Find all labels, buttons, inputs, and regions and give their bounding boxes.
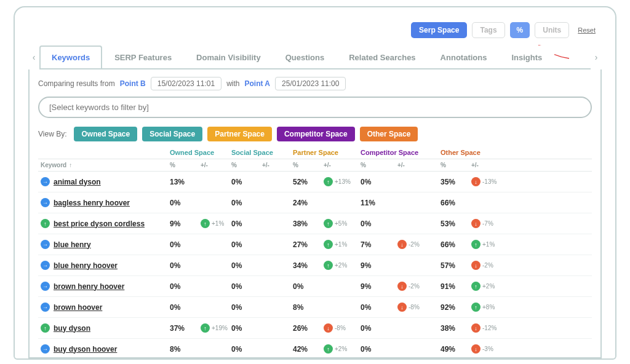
arrow-down-icon: ↓ xyxy=(397,303,407,312)
social-pct: 0% xyxy=(231,178,262,186)
arrow-up-icon: ↑ xyxy=(41,219,50,228)
tab-questions[interactable]: Questions xyxy=(273,46,337,69)
view-by-row: View By: Owned Space Social Space Partne… xyxy=(38,127,592,141)
col-keyword[interactable]: Keyword↑ xyxy=(41,162,170,168)
serp-space-button[interactable]: Serp Space xyxy=(411,22,467,38)
sort-asc-icon: ↑ xyxy=(69,162,72,168)
owned-pct: 0% xyxy=(170,303,201,312)
units-button[interactable]: Units xyxy=(535,22,569,38)
delta-badge: ↑+2% xyxy=(324,344,361,354)
comp-pct: 0% xyxy=(361,178,397,186)
col-competitor: Competitor Space xyxy=(361,149,441,156)
keyword-link[interactable]: bagless henry hoover xyxy=(54,199,130,207)
delta-badge: ↑+1% xyxy=(324,240,361,249)
keyword-link[interactable]: animal dyson xyxy=(54,178,101,186)
tab-serp-features[interactable]: SERP Features xyxy=(102,46,184,69)
col-partner: Partner Space xyxy=(293,149,361,156)
arrow-down-icon: ↓ xyxy=(397,282,407,291)
keyword-link[interactable]: blue henry xyxy=(54,240,91,249)
arrow-right-icon: → xyxy=(41,282,50,291)
keyword-link[interactable]: brown henry hoover xyxy=(54,282,124,291)
partner-pct: 38% xyxy=(293,220,324,228)
keyword-link[interactable]: brown hoover xyxy=(54,303,102,312)
arrow-up-icon: ↑ xyxy=(324,261,333,270)
chip-other-space[interactable]: Other Space xyxy=(360,127,418,141)
point-a-label: Point A xyxy=(244,79,270,88)
social-pct: 0% xyxy=(231,324,262,333)
comp-pct: 9% xyxy=(361,261,397,270)
tab-scroll-left[interactable]: ‹ xyxy=(28,52,39,62)
owned-pct: 0% xyxy=(170,240,201,249)
compare-prefix: Comparing results from xyxy=(38,79,115,88)
chip-owned-space[interactable]: Owned Space xyxy=(74,127,137,141)
tab-scroll-right[interactable]: › xyxy=(591,52,602,62)
date-b[interactable]: 15/02/2023 11:01 xyxy=(151,77,221,90)
keyword-link[interactable]: buy dyson hoover xyxy=(54,345,117,354)
comp-pct: 11% xyxy=(361,199,397,207)
social-pct: 0% xyxy=(231,261,262,270)
delta-badge: ↑+13% xyxy=(324,177,361,186)
tab-related-searches[interactable]: Related Searches xyxy=(337,46,428,69)
owned-pct: 9% xyxy=(170,220,201,228)
arrow-up-icon: ↑ xyxy=(201,323,210,333)
compare-with: with xyxy=(226,79,239,88)
social-pct: 0% xyxy=(231,240,262,249)
point-b-label: Point B xyxy=(120,79,146,88)
arrow-down-icon: ↓ xyxy=(324,323,333,333)
comp-pct: 7% xyxy=(361,240,397,249)
delta-badge: ↑+19% xyxy=(201,323,231,333)
delta-badge: ↓-2% xyxy=(397,240,441,249)
delta-badge: ↓-12% xyxy=(471,323,508,333)
other-pct: 66% xyxy=(441,199,471,207)
arrow-down-icon: ↓ xyxy=(471,323,480,333)
keyword-link[interactable]: best price dyson cordless xyxy=(54,220,145,228)
table-row: →buy dyson hoover8%0%42%↑+2%0%49%↓-3% xyxy=(38,339,592,358)
owned-pct: 0% xyxy=(170,282,201,291)
tab-domain-visibility[interactable]: Domain Visibility xyxy=(184,46,273,69)
arrow-down-icon: ↓ xyxy=(471,177,480,186)
social-pct: 0% xyxy=(231,199,262,207)
arrow-right-icon: → xyxy=(41,303,50,312)
delta-badge: ↓-2% xyxy=(397,282,441,291)
table-row: ↑buy dyson37%↑+19%0%26%↓-8%0%38%↓-12% xyxy=(38,318,592,339)
social-pct: 0% xyxy=(231,282,262,291)
arrow-up-icon: ↑ xyxy=(471,240,480,249)
owned-pct: 13% xyxy=(170,178,201,186)
arrow-down-icon: ↓ xyxy=(471,344,480,354)
percent-button[interactable]: % xyxy=(510,22,530,38)
delta-badge: ↑+1% xyxy=(201,219,231,228)
chip-social-space[interactable]: Social Space xyxy=(142,127,202,141)
delta-badge: ↓-13% xyxy=(471,177,508,186)
owned-pct: 37% xyxy=(170,324,201,333)
reset-link[interactable]: Reset xyxy=(578,26,596,34)
chip-competitor-space[interactable]: Competitor Space xyxy=(277,127,355,141)
arrow-down-icon: ↓ xyxy=(471,261,480,270)
delta-badge: ↓-7% xyxy=(471,219,508,228)
keyword-link[interactable]: buy dyson xyxy=(54,324,90,333)
tags-button[interactable]: Tags xyxy=(472,22,504,38)
arrow-up-icon: ↑ xyxy=(324,177,333,186)
arrow-down-icon: ↓ xyxy=(397,240,407,249)
table-row: →brown henry hoover0%0%0%9%↓-2%91%↑+2% xyxy=(38,276,592,297)
delta-badge: ↑+2% xyxy=(471,282,508,291)
main-panel: Comparing results from Point B 15/02/202… xyxy=(28,69,602,358)
date-a[interactable]: 25/01/2023 11:00 xyxy=(275,77,346,90)
tab-insights[interactable]: Insights xyxy=(499,46,554,69)
col-owned: Owned Space xyxy=(170,149,231,156)
tab-keywords[interactable]: Keywords xyxy=(39,46,102,69)
keyword-link[interactable]: blue henry hoover xyxy=(54,261,118,270)
delta-badge: ↑+5% xyxy=(324,219,361,228)
arrow-right-icon: → xyxy=(41,198,50,207)
delta-badge: ↓-8% xyxy=(324,323,361,333)
table-row: ↑best price dyson cordless9%↑+1%0%38%↑+5… xyxy=(38,213,592,234)
arrow-up-icon: ↑ xyxy=(324,344,333,354)
chip-partner-space[interactable]: Partner Space xyxy=(207,127,272,141)
table-row: →bagless henry hoover0%0%24%11%66% xyxy=(38,192,592,213)
other-pct: 92% xyxy=(441,303,471,312)
partner-pct: 24% xyxy=(293,199,324,207)
partner-pct: 0% xyxy=(293,282,324,291)
other-pct: 38% xyxy=(441,324,471,333)
keyword-filter-input[interactable] xyxy=(38,97,592,118)
tab-annotations[interactable]: Annotations xyxy=(428,46,500,69)
arrow-up-icon: ↑ xyxy=(324,219,333,228)
